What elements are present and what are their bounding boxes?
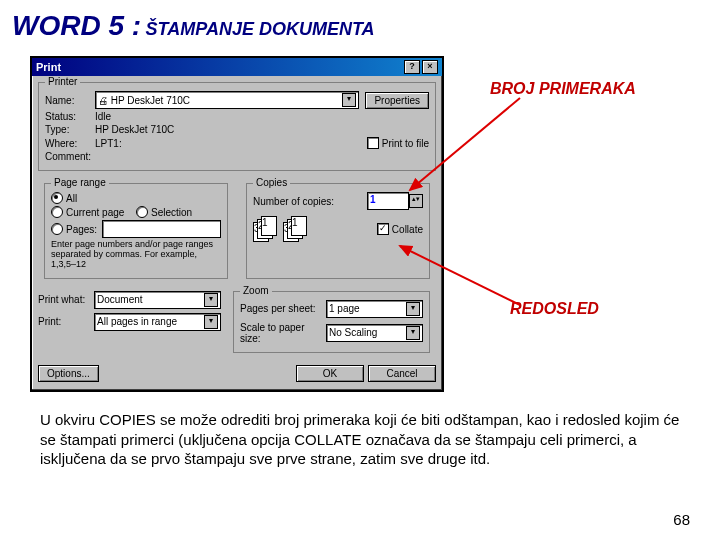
properties-button[interactable]: Properties (365, 92, 429, 109)
options-button[interactable]: Options... (38, 365, 99, 382)
comment-label: Comment: (45, 151, 95, 162)
all-radio[interactable] (51, 192, 63, 204)
type-value: HP DeskJet 710C (95, 124, 174, 135)
copies-group: Copies Number of copies: 1 ▴▾ 321 321 ✓ … (246, 183, 430, 279)
cancel-button[interactable]: Cancel (368, 365, 436, 382)
print-to-file-label: Print to file (382, 138, 429, 149)
collate-preview-icon: 321 (253, 216, 283, 242)
page-number: 68 (673, 511, 690, 528)
body-paragraph: U okviru COPIES se može odrediti broj pr… (40, 410, 680, 469)
print-what-label: Print what: (38, 294, 94, 305)
current-label: Current page (66, 207, 136, 218)
scale-select[interactable]: No Scaling▾ (326, 324, 423, 342)
collate-label: Collate (392, 224, 423, 235)
header-title: ŠTAMPANJE DOKUMENTA (146, 19, 375, 39)
name-label: Name: (45, 95, 95, 106)
pages-input[interactable] (102, 220, 221, 238)
page-range-group: Page range All Current page Selection Pa… (44, 183, 228, 279)
status-label: Status: (45, 111, 95, 122)
pps-select[interactable]: 1 page▾ (326, 300, 423, 318)
spinner-up-icon[interactable]: ▴▾ (409, 194, 423, 208)
copies-group-label: Copies (253, 177, 290, 188)
zoom-group: Zoom Pages per sheet: 1 page▾ Scale to p… (233, 291, 430, 353)
header-prefix: WORD 5 : (12, 10, 141, 41)
type-label: Type: (45, 124, 95, 135)
printer-name-select[interactable]: 🖨 HP DeskJet 710C▾ (95, 91, 359, 109)
annotation-collate: REDOSLED (510, 300, 599, 318)
selection-label: Selection (151, 207, 192, 218)
chevron-down-icon: ▾ (342, 93, 356, 107)
help-icon[interactable]: ? (404, 60, 420, 74)
print-label: Print: (38, 316, 94, 327)
range-hint: Enter page numbers and/or page ranges se… (51, 240, 221, 270)
chevron-down-icon: ▾ (406, 302, 420, 316)
current-radio[interactable] (51, 206, 63, 218)
close-icon[interactable]: × (422, 60, 438, 74)
scale-label: Scale to paper size: (240, 322, 326, 344)
annotation-copies: BROJ PRIMERAKA (490, 80, 636, 98)
ok-button[interactable]: OK (296, 365, 364, 382)
printer-group-label: Printer (45, 76, 80, 87)
print-what-select[interactable]: Document▾ (94, 291, 221, 309)
chevron-down-icon: ▾ (204, 315, 218, 329)
zoom-group-label: Zoom (240, 285, 272, 296)
chevron-down-icon: ▾ (204, 293, 218, 307)
where-value: LPT1: (95, 138, 367, 149)
all-label: All (66, 193, 77, 204)
dialog-title: Print (36, 61, 61, 73)
print-to-file-checkbox[interactable] (367, 137, 379, 149)
print-dialog: Print ? × Printer Name: 🖨 HP DeskJet 710… (30, 56, 444, 392)
pps-label: Pages per sheet: (240, 303, 326, 314)
collate-checkbox[interactable]: ✓ (377, 223, 389, 235)
where-label: Where: (45, 138, 95, 149)
collate-preview-icon: 321 (283, 216, 313, 242)
printer-group: Printer Name: 🖨 HP DeskJet 710C▾ Propert… (38, 82, 436, 171)
pages-label: Pages: (66, 224, 102, 235)
range-group-label: Page range (51, 177, 109, 188)
copies-input[interactable]: 1 (367, 192, 409, 210)
status-value: Idle (95, 111, 111, 122)
selection-radio[interactable] (136, 206, 148, 218)
titlebar: Print ? × (32, 58, 442, 76)
chevron-down-icon: ▾ (406, 326, 420, 340)
print-select[interactable]: All pages in range▾ (94, 313, 221, 331)
slide-header: WORD 5 : ŠTAMPANJE DOKUMENTA (12, 10, 375, 42)
pages-radio[interactable] (51, 223, 63, 235)
copies-label: Number of copies: (253, 196, 367, 207)
